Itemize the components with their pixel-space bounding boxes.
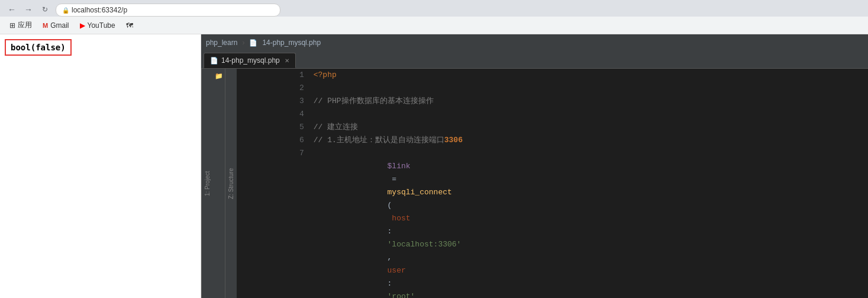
bookmark-gmail-label: Gmail [50,21,69,30]
table-row: 7 $link = mysqli_connect ( host : 'local… [237,147,868,298]
bool-false-value: bool(false) [5,39,72,56]
func-name: mysqli_connect [388,188,452,197]
comment: // PHP操作数据库的基本连接操作 [314,97,434,105]
browser-chrome: ← → ↻ 🔒 localhost:63342/p ⊞ 应用 M Gmail ▶… [0,0,868,34]
ide-tab-bar: 📄 14-php_mysql.php ✕ [201,51,868,69]
param-user-val: 'root' [388,292,415,298]
apps-icon: ⊞ [9,21,15,30]
side-panel: 1: Project 📁 Z: Structure [201,69,237,298]
line-code [311,82,868,95]
colon1: : [388,227,397,236]
comment: // 建立连接 [314,123,358,132]
line-code [311,108,868,121]
table-row: 2 [237,82,868,95]
main-area: bool(false) php_learn › 📄 14-php_mysql.p… [0,34,868,298]
table-row: 6 // 1.主机地址：默认是自动连接端口3306 [237,134,868,147]
structure-panel-label[interactable]: Z: Structure [225,69,237,298]
table-row: 5 // 建立连接 [237,121,868,134]
ide-project-name: php_learn [206,39,237,47]
forward-button[interactable]: → [21,2,36,17]
param-host-name: host [388,214,411,223]
ide-title-file-icon: 📄 [249,39,257,47]
maps-icon: 🗺 [126,21,133,30]
address-bar[interactable]: 🔒 localhost:63342/p [56,4,280,17]
youtube-icon: ▶ [80,21,85,30]
ide-active-tab[interactable]: 📄 14-php_mysql.php ✕ [204,53,296,68]
browser-tab-row: ← → ↻ 🔒 localhost:63342/p [0,0,868,17]
ide-title-filename: 14-php_mysql.php [262,39,321,47]
line-number: 3 [237,95,311,108]
lock-icon: 🔒 [62,7,69,14]
back-button[interactable]: ← [5,2,19,17]
ide-body: 1: Project 📁 Z: Structure 1 <?php [201,69,868,298]
bookmarks-bar: ⊞ 应用 M Gmail ▶ YouTube 🗺 [0,17,868,34]
folder-icon: 📁 [215,72,223,80]
bookmark-maps[interactable]: 🗺 [121,20,138,31]
line-number: 6 [237,134,311,147]
ide-tab-label: 14-php_mysql.php [221,56,280,65]
project-panel-text: 1: Project [204,171,211,196]
line-code: $link = mysqli_connect ( host : 'localho… [311,147,868,298]
bookmark-youtube[interactable]: ▶ YouTube [75,20,120,31]
paren-open: ( [388,201,392,210]
ide-tab-close[interactable]: ✕ [285,57,289,64]
comma1: , [388,253,397,262]
code-table: 1 <?php 2 3 // PHP操作数据库的基本连接操作 [237,69,868,298]
line-number: 7 [237,147,311,298]
table-row: 4 [237,108,868,121]
eq-operator: = [388,175,401,184]
comment: // 1.主机地址：默认是自动连接端口3306 [314,136,463,145]
folder-icon-area: 📁 [213,69,225,298]
structure-panel-text: Z: Structure [228,168,234,198]
code-area[interactable]: 1 <?php 2 3 // PHP操作数据库的基本连接操作 [237,69,868,298]
bookmark-youtube-label: YouTube [88,21,115,30]
php-open-tag: <?php [314,71,337,79]
project-panel-label[interactable]: 1: Project [201,69,213,298]
var-link: $link [388,162,411,171]
line-code: <?php [311,69,868,82]
browser-output-pane: bool(false) [0,34,201,298]
param-user-name: user [388,266,406,275]
ide-pane: php_learn › 📄 14-php_mysql.php 📄 14-php_… [201,34,868,298]
param-host-val: 'localhost:3306' [388,240,462,249]
line-number: 1 [237,69,311,82]
browser-output-area: bool(false) [0,34,201,60]
ide-title-bar: php_learn › 📄 14-php_mysql.php [201,34,868,51]
table-row: 3 // PHP操作数据库的基本连接操作 [237,95,868,108]
reload-button[interactable]: ↻ [38,2,52,17]
ide-tab-icon: 📄 [210,57,218,65]
bookmark-apps[interactable]: ⊞ 应用 [5,18,37,32]
line-number: 5 [237,121,311,134]
line-number: 2 [237,82,311,95]
gmail-icon: M [43,22,48,29]
table-row: 1 <?php [237,69,868,82]
line-code: // 1.主机地址：默认是自动连接端口3306 [311,134,868,147]
line-number: 4 [237,108,311,121]
bookmark-gmail[interactable]: M Gmail [38,20,74,31]
ide-title-sep: › [242,39,244,47]
line-code: // PHP操作数据库的基本连接操作 [311,95,868,108]
colon2: : [388,279,397,288]
nav-buttons: ← → ↻ [5,2,52,17]
bookmark-apps-label: 应用 [18,20,32,30]
line-code: // 建立连接 [311,121,868,134]
address-text: localhost:63342/p [72,6,127,14]
